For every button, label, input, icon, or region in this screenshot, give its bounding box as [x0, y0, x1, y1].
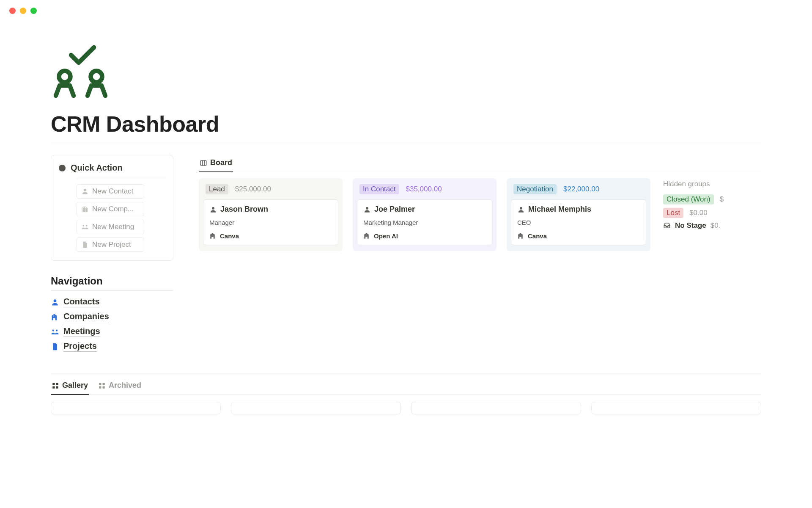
document-icon: [51, 342, 59, 351]
svg-point-7: [56, 329, 58, 331]
svg-rect-21: [103, 386, 105, 388]
board-columns: Lead $25,000.00 Jason Brown Manager Canv…: [199, 178, 761, 251]
tab-gallery-label: Gallery: [62, 381, 88, 390]
card-name: Joe Palmer: [374, 205, 415, 214]
quick-action-panel: Quick Action New Contact New Comp... New…: [51, 155, 173, 261]
gallery-card[interactable]: [231, 402, 401, 414]
navigation-title: Navigation: [51, 275, 173, 287]
building-icon: [209, 232, 217, 240]
gallery-card[interactable]: [411, 402, 581, 414]
svg-rect-17: [56, 386, 58, 388]
title-divider: [51, 143, 761, 143]
hidden-group-amount: $: [720, 195, 724, 204]
board-column-lead: Lead $25,000.00 Jason Brown Manager Canv…: [199, 178, 343, 251]
svg-rect-14: [52, 383, 55, 385]
hidden-group-closed-won[interactable]: Closed (Won) $: [661, 194, 724, 204]
building-icon: [363, 232, 371, 240]
stage-badge-in-contact[interactable]: In Contact: [359, 184, 399, 194]
column-amount: $22,000.00: [563, 185, 599, 193]
card-name: Jason Brown: [220, 205, 268, 214]
nav-meetings-label: Meetings: [63, 326, 100, 337]
stage-badge-negotiation[interactable]: Negotiation: [513, 184, 557, 194]
svg-point-1: [91, 71, 102, 83]
no-stage-label: No Stage: [675, 221, 706, 230]
new-meeting-button[interactable]: New Meeting: [77, 220, 144, 234]
tab-archived-label: Archived: [109, 381, 141, 390]
window-minimize-icon[interactable]: [20, 8, 26, 14]
card-role: Manager: [209, 219, 332, 226]
gallery-card[interactable]: [591, 402, 761, 414]
card-role: CEO: [517, 219, 640, 226]
tab-archived[interactable]: Archived: [97, 381, 142, 395]
nav-contacts[interactable]: Contacts: [51, 297, 173, 307]
svg-point-11: [212, 207, 214, 210]
nav-contacts-label: Contacts: [63, 297, 100, 307]
meeting-icon: [51, 328, 59, 336]
contact-card[interactable]: Michael Memphis CEO Canva: [511, 199, 646, 245]
quick-action-title: Quick Action: [71, 163, 123, 173]
svg-rect-19: [103, 383, 105, 385]
nav-companies[interactable]: Companies: [51, 312, 173, 322]
nav-meetings[interactable]: Meetings: [51, 326, 173, 337]
new-contact-label: New Contact: [92, 187, 133, 196]
board-column-negotiation: Negotiation $22,000.00 Michael Memphis C…: [507, 178, 650, 251]
tab-board-label: Board: [210, 158, 232, 167]
card-company: Canva: [528, 232, 547, 240]
svg-point-6: [52, 329, 54, 331]
gallery-row: [51, 402, 761, 414]
contact-card[interactable]: Jason Brown Manager Canva: [203, 199, 338, 245]
new-company-label: New Comp...: [92, 205, 134, 213]
gallery-card[interactable]: [51, 402, 221, 414]
new-company-button[interactable]: New Comp...: [77, 202, 144, 216]
stage-badge-closed-won: Closed (Won): [663, 194, 714, 204]
gallery-tabs: Gallery Archived: [51, 373, 761, 395]
svg-rect-8: [200, 160, 206, 166]
hidden-group-no-stage[interactable]: No Stage $0.: [661, 221, 724, 230]
svg-rect-15: [56, 383, 58, 385]
tab-board[interactable]: Board: [199, 155, 233, 172]
person-icon: [209, 206, 217, 213]
column-amount: $35,000.00: [406, 185, 442, 193]
gallery-icon: [98, 382, 106, 389]
new-project-button[interactable]: New Project: [77, 237, 144, 252]
new-contact-button[interactable]: New Contact: [77, 184, 144, 199]
card-name: Michael Memphis: [528, 205, 591, 214]
svg-point-12: [366, 207, 368, 210]
person-icon: [517, 206, 525, 213]
hidden-groups-column: Hidden groups Closed (Won) $ Lost $0.00 …: [661, 178, 724, 251]
tab-gallery[interactable]: Gallery: [51, 381, 89, 395]
person-icon: [363, 206, 371, 213]
page-hero-icon: [51, 44, 761, 109]
window-controls: [0, 0, 812, 18]
person-icon: [51, 298, 59, 306]
svg-rect-16: [52, 386, 55, 388]
svg-point-5: [54, 299, 57, 302]
column-amount: $25,000.00: [235, 185, 271, 193]
window-fullscreen-icon[interactable]: [30, 8, 37, 14]
svg-point-2: [84, 189, 86, 191]
no-stage-amount: $0.: [710, 221, 721, 230]
hidden-groups-title: Hidden groups: [661, 180, 724, 188]
board-tabs: Board: [199, 155, 761, 172]
building-icon: [81, 205, 89, 213]
building-icon: [51, 313, 59, 321]
new-meeting-label: New Meeting: [92, 223, 134, 231]
window-close-icon[interactable]: [9, 8, 16, 14]
board-column-in-contact: In Contact $35,000.00 Joe Palmer Marketi…: [353, 178, 497, 251]
quick-action-bullet-icon: [59, 165, 66, 171]
svg-point-4: [86, 225, 88, 226]
nav-projects-label: Projects: [63, 341, 97, 352]
gallery-icon: [52, 382, 59, 389]
svg-point-13: [520, 207, 522, 210]
page-title: CRM Dashboard: [51, 111, 761, 137]
nav-companies-label: Companies: [63, 312, 109, 322]
svg-rect-18: [99, 383, 101, 385]
hidden-group-lost[interactable]: Lost $0.00: [661, 208, 724, 218]
stage-badge-lead[interactable]: Lead: [206, 184, 228, 194]
card-role: Marketing Manager: [363, 219, 486, 226]
nav-projects[interactable]: Projects: [51, 341, 173, 352]
contact-card[interactable]: Joe Palmer Marketing Manager Open AI: [357, 199, 492, 245]
svg-point-3: [82, 225, 84, 226]
person-icon: [81, 188, 89, 195]
document-icon: [81, 241, 89, 248]
